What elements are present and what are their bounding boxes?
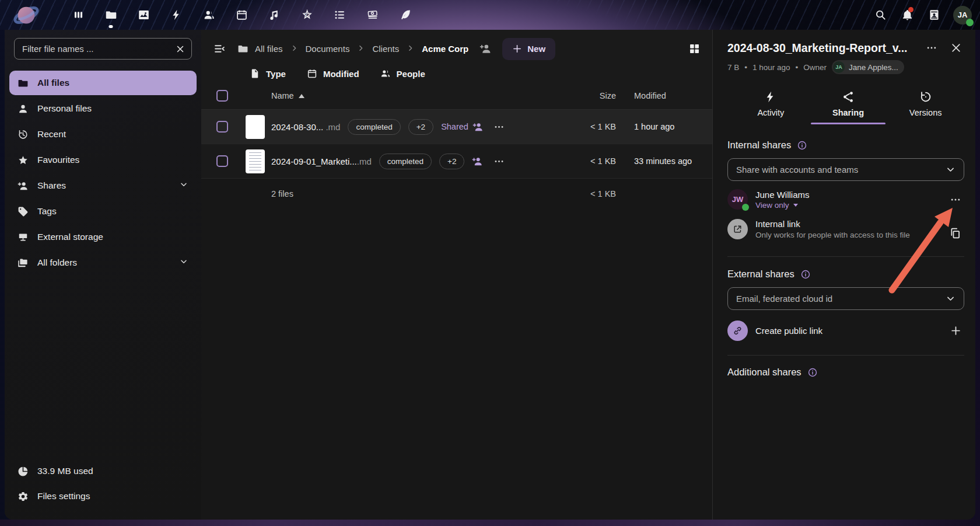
grid-view-toggle-icon[interactable] [684, 39, 704, 59]
sidebar-item-favourites[interactable]: Favourites [9, 148, 197, 172]
tab-versions[interactable]: Versions [887, 87, 964, 124]
music-app-icon[interactable] [258, 0, 290, 30]
file-name-link[interactable]: 2024-08-30... .md [271, 122, 340, 132]
user-avatar[interactable]: JA [953, 6, 972, 25]
lightning-icon [764, 90, 777, 103]
row-checkbox[interactable] [216, 121, 228, 133]
tab-sharing[interactable]: Sharing [810, 87, 887, 124]
external-storage-icon [18, 232, 29, 243]
add-public-link-button[interactable] [947, 322, 964, 340]
share-actions-menu[interactable] [947, 191, 964, 208]
dashboard-app-icon[interactable] [62, 0, 94, 30]
file-name-link[interactable]: 2024-09-01_Marketi....md [271, 156, 372, 166]
share-folder-icon[interactable] [477, 40, 494, 58]
shared-status-button[interactable] [472, 156, 483, 167]
panel-actions-menu[interactable] [923, 40, 940, 56]
chevron-down-icon[interactable] [179, 257, 188, 269]
copy-link-button[interactable] [946, 224, 964, 242]
sidebar-item-label: Recent [37, 129, 66, 140]
breadcrumb-documents[interactable]: Documents [306, 44, 350, 54]
files-settings[interactable]: Files settings [9, 484, 197, 508]
sidebar-item-label: Shares [37, 180, 66, 191]
row-actions-menu[interactable] [491, 153, 507, 169]
panel-file-meta: 7 B • 1 hour ago • Owner JA Jane Apples.… [727, 60, 964, 74]
select-all-checkbox[interactable] [216, 90, 228, 102]
row-actions-menu[interactable] [491, 119, 508, 135]
storage-quota[interactable]: 33.9 MB used [9, 459, 197, 483]
new-button[interactable]: New [502, 38, 555, 60]
filter-chip-type[interactable]: Type [250, 68, 286, 79]
file-thumbnail [246, 149, 265, 173]
notes-quill-icon[interactable] [388, 0, 421, 30]
breadcrumb-acme-corp[interactable]: Acme Corp [422, 44, 468, 54]
files-app-icon[interactable] [94, 0, 127, 30]
info-icon[interactable] [807, 367, 818, 378]
activity-app-icon[interactable] [160, 0, 192, 30]
search-icon[interactable] [867, 0, 894, 30]
sidebar-item-recent[interactable]: Recent [9, 122, 197, 147]
file-row-2[interactable]: 2024-09-01_Marketi....md completed +2 < … [201, 144, 712, 179]
file-name-cell: 2024-09-01_Marketi....md completed +2 [271, 153, 549, 169]
section-divider [727, 256, 964, 257]
folder-icon [237, 43, 249, 54]
person-icon [18, 103, 29, 114]
collapse-sidebar-icon[interactable] [211, 40, 228, 58]
more-tags-badge: +2 [439, 154, 464, 169]
sidebar-item-all-folders[interactable]: All folders [9, 250, 197, 275]
dots-horizontal-icon [950, 194, 961, 205]
row-checkbox[interactable] [216, 155, 228, 167]
gear-icon [18, 491, 29, 502]
file-modified: 33 minutes ago [616, 156, 712, 166]
close-panel-icon[interactable] [948, 40, 964, 56]
app-window: All files Personal files Recent Favourit… [5, 30, 975, 520]
photos-app-icon[interactable] [127, 0, 160, 30]
contacts-app-icon[interactable] [192, 0, 225, 30]
column-name[interactable]: Name [271, 91, 549, 100]
column-modified[interactable]: Modified [616, 91, 712, 100]
sidebar-item-personal-files[interactable]: Personal files [9, 96, 197, 121]
tasks-app-icon[interactable] [323, 0, 356, 30]
filter-files-input[interactable] [14, 38, 192, 60]
more-tags-badge: +2 [408, 119, 433, 135]
settings-label: Files settings [37, 491, 90, 501]
contacts-menu-icon[interactable] [921, 0, 947, 30]
sort-ascending-icon [299, 94, 304, 98]
column-size[interactable]: Size [549, 91, 616, 100]
file-list-area: All files Documents Clients Acme Corp Ne… [201, 30, 712, 520]
planet-logo-icon[interactable] [13, 2, 40, 29]
notifications-bell-icon[interactable] [894, 0, 921, 30]
sidebar-item-label: All files [37, 78, 69, 88]
owner-chip[interactable]: JA Jane Apples... [832, 60, 904, 74]
chevron-down-icon[interactable] [179, 180, 188, 191]
shared-status-button[interactable]: Shared [441, 121, 484, 133]
filter-chip-modified[interactable]: Modified [307, 68, 359, 79]
file-row-1[interactable]: 2024-08-30... .md completed +2 Shared < … [201, 110, 712, 144]
create-public-link-row[interactable]: Create public link [727, 321, 964, 341]
filter-chip-people[interactable]: People [380, 68, 425, 79]
money-app-icon[interactable] [356, 0, 388, 30]
sidebar-item-label: Favourites [37, 155, 79, 165]
sidebar-item-all-files[interactable]: All files [9, 71, 197, 95]
breadcrumb-clients[interactable]: Clients [372, 44, 399, 54]
calendar-app-icon[interactable] [225, 0, 258, 30]
breadcrumb-all-files[interactable]: All files [237, 43, 283, 54]
chevron-down-icon [946, 165, 956, 175]
filter-chips: Type Modified People [201, 60, 712, 82]
additional-shares-heading: Additional shares [727, 367, 964, 378]
sidebar-item-tags[interactable]: Tags [9, 199, 197, 224]
info-icon[interactable] [800, 269, 811, 280]
share-name: June Williams [755, 190, 939, 200]
svg-text:C: C [306, 13, 309, 17]
info-icon[interactable] [797, 140, 807, 151]
section-divider [727, 355, 964, 356]
file-extension: .md [357, 156, 372, 166]
sidebar-item-shares[interactable]: Shares [9, 173, 197, 198]
folders-icon [18, 257, 29, 269]
clear-filter-icon[interactable] [174, 43, 187, 55]
recommendations-star-icon[interactable]: C [290, 0, 323, 30]
internal-share-combobox[interactable]: Share with accounts and teams [727, 158, 964, 181]
external-share-combobox[interactable]: Email, federated cloud id [727, 287, 964, 310]
permission-dropdown[interactable]: View only [755, 201, 939, 210]
tab-activity[interactable]: Activity [732, 87, 810, 124]
sidebar-item-external-storage[interactable]: External storage [9, 225, 197, 249]
